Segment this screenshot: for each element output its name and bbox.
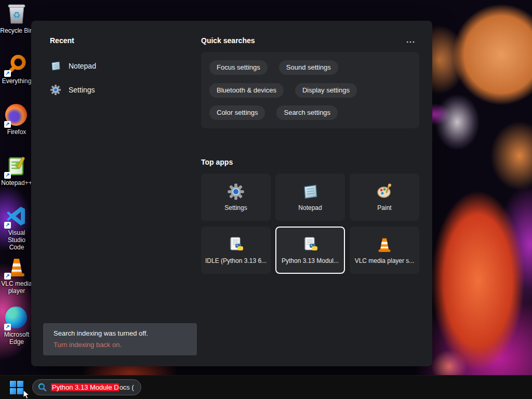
shortcut-arrow-icon: ↗ — [4, 273, 11, 280]
windows-logo-icon — [17, 381, 23, 387]
top-app-label: Notepad — [298, 204, 322, 211]
top-app-tile-python-module-docs[interactable]: Python 3.13 Modul... — [275, 227, 345, 274]
desktop-icon-label: Recycle Bin — [0, 27, 33, 34]
search-query-text: Python 3.13 Module Docs ( — [51, 383, 134, 391]
top-apps-grid: Settings Notepad — [201, 174, 420, 274]
desktop-icon-vscode[interactable]: ↗ Visual Studio Code — [0, 205, 33, 251]
desktop-icon-vlc[interactable]: ↗ VLC media player — [0, 256, 33, 295]
turn-indexing-on-link[interactable]: Turn indexing back on. — [54, 340, 187, 350]
mouse-cursor — [23, 390, 31, 399]
shortcut-arrow-icon: ↗ — [4, 172, 11, 179]
gear-icon — [50, 84, 61, 96]
windows-logo-icon — [10, 381, 16, 387]
top-apps-title: Top apps — [201, 158, 233, 166]
recent-item-label: Settings — [69, 86, 95, 94]
quick-search-pill[interactable]: Sound settings — [279, 60, 338, 75]
quick-searches-box: Focus settings Sound settings Bluetooth … — [201, 52, 419, 128]
shortcut-arrow-icon: ↗ — [4, 121, 11, 128]
edge-icon: ↗ — [5, 307, 28, 329]
start-button[interactable] — [10, 381, 23, 394]
shortcut-arrow-icon: ↗ — [4, 324, 11, 330]
desktop-icon-recycle-bin[interactable]: ♻ Recycle Bin — [0, 3, 33, 34]
selected-query-text: Python 3.13 Module D — [51, 383, 119, 391]
top-app-label: Python 3.13 Modul... — [282, 257, 339, 264]
desktop-icon-firefox[interactable]: ↗ Firefox — [0, 104, 33, 136]
top-app-tile-idle-python[interactable]: IDLE (Python 3.13 6... — [201, 227, 271, 274]
desktop-icon-label: Visual Studio Code — [0, 229, 33, 251]
python-doc-icon — [227, 236, 245, 254]
query-text-rest: ocs ( — [119, 383, 134, 391]
quick-search-pill[interactable]: Search settings — [276, 105, 338, 120]
indexing-notice: Search indexing was turned off. Turn ind… — [43, 323, 197, 355]
shortcut-arrow-icon: ↗ — [4, 222, 11, 229]
svg-text:♻: ♻ — [12, 10, 20, 20]
quick-search-pill[interactable]: Display settings — [295, 83, 357, 98]
shortcut-arrow-icon: ↗ — [4, 70, 11, 77]
desktop-icon-label: Everything — [0, 77, 33, 85]
desktop-icon-label: Notepad++ — [0, 179, 33, 187]
quick-search-pill[interactable]: Focus settings — [209, 60, 268, 75]
everything-icon: ↗ — [5, 53, 28, 76]
taskbar-search-box[interactable]: Python 3.13 Module Docs ( — [32, 379, 141, 395]
quick-searches-title: Quick searches — [201, 36, 255, 45]
firefox-icon: ↗ — [5, 104, 28, 127]
recent-section-title: Recent — [50, 36, 74, 45]
vscode-icon: ↗ — [5, 205, 28, 228]
python-doc-icon — [301, 236, 319, 254]
desktop-icon-notepadpp[interactable]: ↗ Notepad++ — [0, 155, 33, 187]
recent-list: Notepad — [50, 54, 180, 102]
vlc-icon: ↗ — [5, 256, 28, 278]
top-app-tile-vlc[interactable]: VLC media player s... — [350, 227, 419, 274]
search-icon — [38, 383, 47, 392]
indexing-notice-message: Search indexing was turned off. — [54, 329, 187, 338]
desktop-icon-everything[interactable]: ↗ Everything — [0, 53, 33, 85]
gear-icon — [227, 183, 245, 201]
paint-palette-icon — [376, 183, 393, 201]
desktop-icon-label: Microsoft Edge — [0, 331, 33, 345]
taskbar: Python 3.13 Module Docs ( 12:51 PM 12/3 — [0, 375, 532, 399]
top-app-tile-settings[interactable]: Settings — [201, 174, 271, 221]
recent-item-settings[interactable]: Settings — [50, 78, 180, 102]
top-app-label: Paint — [377, 204, 391, 211]
recent-item-notepad[interactable]: Notepad — [50, 54, 180, 78]
top-app-label: IDLE (Python 3.13 6... — [205, 257, 267, 264]
top-app-label: Settings — [224, 204, 247, 211]
desktop-icon-label: VLC media player — [0, 280, 33, 295]
more-options-button[interactable]: ... — [402, 34, 420, 47]
recycle-bin-icon: ♻ — [5, 3, 28, 25]
top-app-label: VLC media player s... — [355, 257, 415, 264]
desktop-icon-label: Firefox — [0, 128, 33, 136]
top-app-tile-paint[interactable]: Paint — [350, 174, 419, 221]
top-app-tile-notepad[interactable]: Notepad — [275, 174, 345, 221]
recent-item-label: Notepad — [69, 62, 96, 70]
notepadpp-icon: ↗ — [5, 155, 28, 178]
search-flyout-panel: Recent Notepad — [31, 21, 432, 366]
vlc-cone-icon — [376, 236, 393, 254]
windows-logo-icon — [10, 388, 16, 394]
notepad-icon — [301, 183, 319, 201]
desktop-icon-edge[interactable]: ↗ Microsoft Edge — [0, 307, 33, 345]
quick-search-pill[interactable]: Color settings — [209, 105, 265, 120]
quick-search-pill[interactable]: Bluetooth & devices — [209, 83, 284, 98]
notepad-icon — [50, 60, 61, 72]
